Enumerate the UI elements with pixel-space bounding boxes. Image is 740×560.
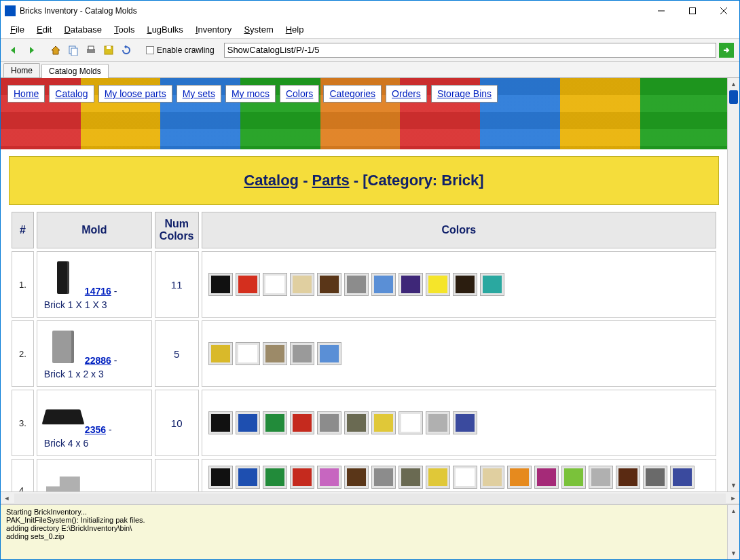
color-swatch[interactable] [236, 466, 259, 488]
color-swatch[interactable] [236, 412, 259, 434]
color-swatch[interactable] [291, 343, 314, 365]
color-swatch[interactable] [318, 466, 341, 488]
maximize-button[interactable] [677, 1, 708, 21]
refresh-button[interactable] [119, 43, 134, 58]
part-name: Brick 1 X 1 X 3 [44, 299, 145, 310]
color-swatch[interactable] [481, 274, 504, 295]
color-swatch[interactable] [372, 412, 395, 434]
color-swatch[interactable] [454, 466, 477, 488]
app-window: Bricks Inventory - Catalog Molds FileEdi… [0, 0, 740, 560]
color-swatch[interactable] [454, 274, 477, 295]
menu-tools[interactable]: Tools [109, 22, 140, 37]
nav-cell: Home [7, 85, 45, 102]
row-index: 2. [12, 320, 34, 387]
nav-link-storage-bins[interactable]: Storage Bins [437, 88, 492, 99]
close-button[interactable] [708, 1, 739, 21]
home-button[interactable] [48, 43, 63, 58]
save-button[interactable] [101, 43, 116, 58]
color-swatch[interactable] [372, 274, 395, 295]
part-link[interactable]: 14716 [85, 286, 111, 297]
color-swatch[interactable] [508, 466, 531, 488]
address-input[interactable] [224, 43, 716, 58]
nav-cell: Catalog [49, 85, 94, 102]
enable-crawling-checkbox[interactable]: Enable crawling [146, 45, 215, 55]
color-swatch[interactable] [263, 466, 286, 488]
menu-lugbulks[interactable]: LugBulks [141, 22, 188, 37]
color-swatch[interactable] [372, 466, 395, 488]
part-link[interactable]: 22886 [85, 355, 111, 366]
colors-cell [202, 390, 716, 456]
minimize-button[interactable] [646, 1, 677, 21]
log-scrollbar[interactable]: ▲ ▼ [727, 505, 739, 559]
row-index: 4. [12, 459, 34, 491]
minimize-icon [658, 7, 665, 14]
nav-link-catalog[interactable]: Catalog [55, 88, 88, 99]
tab-catalog-molds[interactable]: Catalog Molds [41, 64, 109, 78]
back-button[interactable] [6, 43, 21, 58]
color-swatch[interactable] [399, 466, 422, 488]
color-swatch[interactable] [616, 466, 640, 488]
nav-link-my-sets[interactable]: My sets [183, 88, 215, 99]
scroll-thumb[interactable] [729, 90, 738, 104]
tab-home[interactable]: Home [3, 63, 40, 77]
color-swatch[interactable] [426, 274, 449, 295]
color-swatch[interactable] [318, 412, 341, 434]
log-line: adding directory E:\BrickInventory\bin\ [6, 524, 724, 532]
color-swatch[interactable] [671, 466, 694, 488]
color-swatch[interactable] [263, 274, 286, 295]
color-swatch[interactable] [399, 274, 422, 295]
color-swatch[interactable] [209, 412, 232, 434]
color-swatch[interactable] [426, 466, 449, 488]
color-swatch[interactable] [291, 412, 314, 434]
forward-button[interactable] [24, 43, 39, 58]
color-swatch[interactable] [399, 412, 422, 434]
color-swatch[interactable] [454, 412, 477, 434]
color-swatch[interactable] [589, 466, 612, 488]
tabstrip: HomeCatalog Molds [1, 62, 739, 78]
color-swatch[interactable] [562, 466, 585, 488]
part-link[interactable]: 2356 [85, 424, 106, 435]
color-swatch[interactable] [318, 274, 341, 295]
color-swatch[interactable] [209, 466, 232, 488]
nav-link-my-mocs[interactable]: My mocs [232, 88, 270, 99]
menu-file[interactable]: File [5, 22, 30, 37]
color-swatch[interactable] [345, 274, 368, 295]
nav-link-categories[interactable]: Categories [329, 88, 375, 99]
color-swatch[interactable] [236, 274, 259, 295]
color-swatch[interactable] [318, 343, 341, 365]
color-swatch[interactable] [209, 343, 232, 365]
nav-link-my-loose-parts[interactable]: My loose parts [105, 88, 166, 99]
color-swatch[interactable] [209, 274, 232, 295]
menu-help[interactable]: Help [280, 22, 310, 37]
menu-system[interactable]: System [238, 22, 278, 37]
breadcrumb-catalog-link[interactable]: Catalog [244, 172, 299, 189]
menu-inventory[interactable]: Inventory [190, 22, 238, 37]
svg-rect-5 [71, 48, 77, 56]
color-swatch[interactable] [291, 466, 314, 488]
content-scroll[interactable]: HomeCatalogMy loose partsMy setsMy mocsC… [1, 78, 727, 491]
color-swatch[interactable] [345, 412, 368, 434]
color-swatch[interactable] [263, 412, 286, 434]
go-button[interactable] [719, 43, 734, 58]
colors-cell [202, 459, 716, 491]
color-swatch[interactable] [291, 274, 314, 295]
color-swatch[interactable] [345, 466, 368, 488]
copy-button[interactable] [66, 43, 81, 58]
nav-link-home[interactable]: Home [14, 88, 39, 99]
vertical-scrollbar[interactable]: ▲ ▼ [727, 78, 739, 491]
color-swatch[interactable] [426, 412, 449, 434]
nav-link-colors[interactable]: Colors [286, 88, 313, 99]
print-button[interactable] [84, 43, 98, 58]
menu-edit[interactable]: Edit [31, 22, 57, 37]
color-swatch[interactable] [535, 466, 558, 488]
color-swatch[interactable] [644, 466, 667, 488]
color-swatch[interactable] [481, 466, 504, 488]
horizontal-scrollbar[interactable]: ◄ ► [1, 491, 739, 504]
page-title-bar: Catalog - Parts - [Category: Brick] [9, 156, 719, 205]
color-swatch[interactable] [263, 343, 286, 365]
color-swatch[interactable] [236, 343, 259, 365]
nav-link-orders[interactable]: Orders [392, 88, 421, 99]
hscroll-track[interactable] [14, 493, 726, 503]
menu-database[interactable]: Database [58, 22, 107, 37]
breadcrumb-parts-link[interactable]: Parts [312, 172, 350, 189]
